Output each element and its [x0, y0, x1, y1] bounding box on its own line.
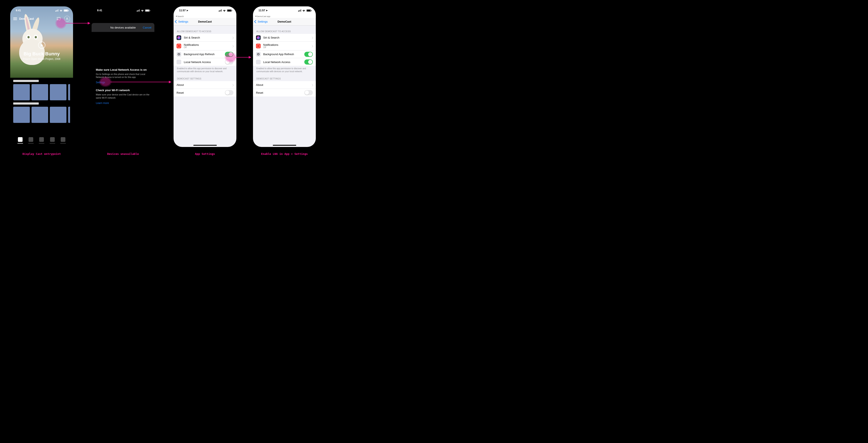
row-label: Local Network Access: [184, 61, 225, 64]
row-siri-search[interactable]: Siri & Search: [253, 34, 316, 41]
status-bar: 9:41: [10, 6, 73, 14]
home-indicator: [273, 145, 296, 146]
status-time: 11:57: [179, 9, 186, 12]
location-icon: ➤: [266, 9, 268, 12]
cellular-icon: [219, 9, 222, 11]
lna-description: Go to Settings on this phone and check t…: [96, 73, 150, 78]
lna-icon: [256, 60, 261, 64]
row-reset: Reset: [253, 89, 316, 96]
row-reset: Reset: [174, 89, 237, 96]
sheet-header: No devices available Cancel: [92, 23, 154, 32]
svg-point-1: [67, 18, 68, 19]
row-local-network-access: Local Network Access: [174, 58, 237, 66]
settings-link[interactable]: Settings: [96, 81, 105, 84]
row-sublabel: Off: [263, 46, 311, 49]
row-local-network-access: Local Network Access: [253, 58, 316, 66]
row-label: Background App Refresh: [263, 53, 304, 56]
chevron-right-icon: [311, 83, 313, 87]
flow-arrow: [66, 23, 90, 24]
person-icon: [66, 17, 69, 20]
siri-icon: [177, 35, 181, 40]
switch-lna[interactable]: [225, 59, 234, 65]
switch-reset[interactable]: [225, 90, 234, 95]
tab-item[interactable]: [29, 137, 33, 142]
tab-bar: [10, 135, 73, 144]
switch-reset[interactable]: [304, 90, 313, 95]
lna-heading: Make sure Local Network Access is on: [96, 68, 150, 71]
row-title-placeholder: [13, 102, 39, 104]
cellular-icon: [137, 9, 140, 11]
status-time: 9:41: [97, 9, 102, 12]
hero-title: Big Buck Bunny: [10, 51, 73, 57]
row-label: About: [177, 83, 232, 87]
nav-title: DemoCast: [174, 20, 237, 23]
wifi-icon: [59, 9, 63, 12]
row-about[interactable]: About: [174, 81, 237, 89]
notifications-icon: [256, 44, 261, 49]
row-siri-search[interactable]: Siri & Search: [174, 34, 237, 41]
tab-item[interactable]: [18, 137, 23, 142]
cancel-button[interactable]: Cancel: [143, 26, 151, 29]
flow-arrow: [111, 82, 171, 82]
row-notifications[interactable]: Notifications Off: [253, 41, 316, 51]
row-label: Reset: [177, 91, 225, 94]
tab-item[interactable]: [50, 137, 55, 142]
row-label: Local Network Access: [263, 61, 304, 64]
notifications-icon: [177, 44, 181, 49]
play-button[interactable]: [38, 41, 45, 49]
group-header-access: ALLOW DEMOCAST TO ACCESS: [253, 26, 316, 34]
battery-icon: [145, 9, 150, 12]
battery-icon: [227, 9, 232, 12]
thumbnail[interactable]: [50, 84, 66, 100]
wifi-icon: [141, 9, 144, 12]
phone-no-devices: 9:41 No devices available Cancel Make su…: [92, 6, 154, 147]
breadcrumb[interactable]: DemoCast app: [253, 14, 316, 18]
cast-icon: [56, 17, 61, 21]
chevron-right-icon: [311, 36, 313, 40]
status-bar: 9:41: [92, 6, 154, 14]
cellular-icon: [298, 9, 301, 11]
status-time: 9:41: [16, 9, 21, 12]
caption-4: Enable LNA in App > Settings: [253, 152, 316, 156]
thumbnail[interactable]: [13, 107, 30, 123]
thumbnail[interactable]: [68, 107, 70, 123]
status-bar: 11:57➤: [253, 6, 316, 14]
nav-bar: Settings DemoCast: [174, 18, 237, 26]
breadcrumb[interactable]: Search: [174, 14, 237, 18]
nav-bar: Settings DemoCast: [253, 18, 316, 26]
tab-item[interactable]: [39, 137, 44, 142]
switch-bg-refresh[interactable]: [225, 52, 234, 57]
hero-subtitle: Peach Open Movie Project, 2008: [10, 58, 73, 61]
row-title-placeholder: [13, 80, 39, 82]
row-label: Siri & Search: [184, 36, 232, 39]
switch-bg-refresh[interactable]: [304, 52, 313, 57]
learn-more-link[interactable]: Learn more: [96, 102, 109, 104]
flow-arrow: [236, 57, 251, 58]
tab-item[interactable]: [61, 137, 65, 142]
row-background-refresh: Background App Refresh: [253, 51, 316, 58]
phone-settings-lna-on: 11:57➤ DemoCast app Settings DemoCast AL…: [253, 6, 316, 147]
chevron-right-icon: [232, 44, 234, 48]
thumbnail[interactable]: [32, 107, 48, 123]
profile-button[interactable]: [64, 16, 70, 22]
wifi-heading: Check your Wi-Fi network: [96, 89, 150, 92]
phone-settings-lna-off: 11:57➤ Search Settings DemoCast ALLOW DE…: [174, 6, 237, 147]
row-about[interactable]: About: [253, 81, 316, 89]
group-header-app: DEMOCAST SETTINGS: [174, 73, 237, 81]
thumbnail[interactable]: [32, 84, 48, 100]
thumbnail[interactable]: [50, 107, 66, 123]
wifi-description: Make sure your device and the Cast devic…: [96, 93, 150, 99]
group-header-access: ALLOW DEMOCAST TO ACCESS: [174, 26, 237, 34]
caption-3: App Settings: [174, 152, 237, 156]
cast-button[interactable]: [55, 15, 62, 22]
lna-footer-note: Enabled to allow this app permission to …: [253, 66, 316, 73]
chevron-right-icon: [311, 44, 313, 48]
thumbnail[interactable]: [68, 84, 70, 100]
switch-lna[interactable]: [304, 59, 313, 65]
lna-icon: [177, 60, 181, 64]
location-icon: ➤: [186, 9, 188, 12]
thumbnail[interactable]: [13, 84, 30, 100]
row-sublabel: Off: [184, 46, 232, 49]
row-notifications[interactable]: Notifications Off: [174, 41, 237, 51]
row-label: Background App Refresh: [184, 53, 225, 56]
